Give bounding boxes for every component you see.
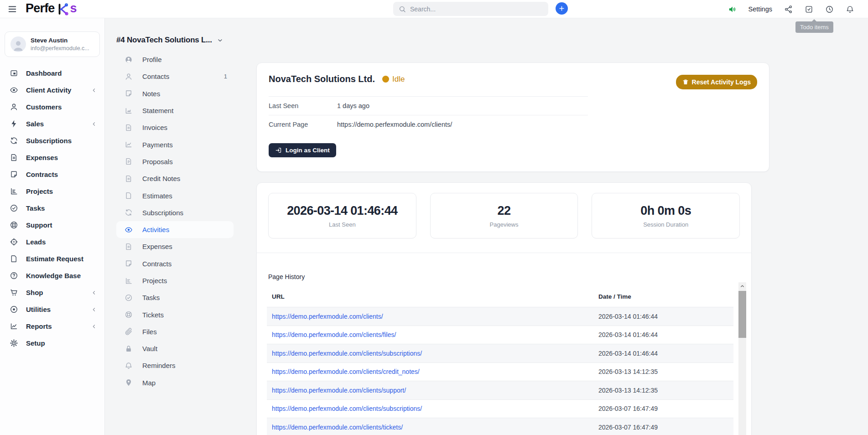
sidebar-item-client-activity[interactable]: Client Activity bbox=[0, 82, 104, 98]
hamburger-menu-icon[interactable] bbox=[7, 4, 17, 14]
page-history-url-link[interactable]: https://demo.perfexmodule.com/clients/su… bbox=[267, 350, 598, 357]
client-selector[interactable]: #4 NovaTech Solutions L... bbox=[116, 36, 234, 45]
share-icon[interactable] bbox=[784, 5, 793, 14]
file-text-icon bbox=[125, 124, 133, 132]
client-tab-invoices[interactable]: Invoices bbox=[116, 119, 234, 136]
sidebar-item-contracts[interactable]: Contracts bbox=[0, 166, 104, 183]
sidebar-item-projects[interactable]: Projects bbox=[0, 183, 104, 200]
quick-add-button[interactable] bbox=[556, 2, 568, 15]
logo-text-1: Perfe bbox=[26, 2, 55, 15]
client-tab-credit-notes[interactable]: Credit Notes bbox=[116, 170, 234, 187]
scroll-up-icon[interactable] bbox=[738, 282, 746, 290]
sidebar-item-shop[interactable]: Shop bbox=[0, 284, 104, 301]
sidebar-item-dashboard[interactable]: Dashboard bbox=[0, 65, 104, 82]
client-tab-reminders[interactable]: Reminders bbox=[116, 357, 234, 374]
client-tab-profile[interactable]: Profile bbox=[116, 51, 234, 68]
dashboard-icon bbox=[10, 69, 18, 78]
client-tab-contacts[interactable]: Contacts1 bbox=[116, 68, 234, 85]
table-scrollbar[interactable] bbox=[738, 282, 746, 435]
sidebar-item-support[interactable]: Support bbox=[0, 217, 104, 233]
sidebar-item-customers[interactable]: Customers bbox=[0, 98, 104, 115]
client-tab-notes[interactable]: Notes bbox=[116, 85, 234, 102]
sidebar-item-expenses[interactable]: Expenses bbox=[0, 149, 104, 166]
sidebar-item-setup[interactable]: Setup bbox=[0, 335, 104, 352]
login-as-client-button[interactable]: Login as Client bbox=[269, 143, 336, 157]
logo-k-icon bbox=[56, 2, 70, 16]
sidebar-item-subscriptions[interactable]: Subscriptions bbox=[0, 132, 104, 149]
check-circle-icon bbox=[125, 294, 133, 302]
history-clock-icon[interactable] bbox=[825, 5, 834, 14]
client-tab-projects[interactable]: Projects bbox=[116, 272, 234, 289]
client-tab-label: Expenses bbox=[142, 243, 172, 250]
client-tab-label: Map bbox=[142, 379, 156, 387]
client-tab-label: Contacts bbox=[142, 72, 169, 80]
client-tab-tasks[interactable]: Tasks bbox=[116, 289, 234, 306]
notifications-bell-icon[interactable] bbox=[846, 5, 854, 14]
file-text-icon bbox=[125, 243, 133, 251]
client-tab-label: Tasks bbox=[142, 294, 160, 301]
client-tab-payments[interactable]: Payments bbox=[116, 136, 234, 153]
client-tab-label: Subscriptions bbox=[142, 209, 183, 217]
cart-icon bbox=[10, 288, 18, 297]
client-tab-label: Proposals bbox=[142, 158, 173, 166]
sidebar-item-utilities[interactable]: Utilities bbox=[0, 301, 104, 318]
client-tab-files[interactable]: Files bbox=[116, 323, 234, 340]
topbar-actions: Settings bbox=[728, 0, 854, 18]
reset-activity-logs-button[interactable]: Reset Activity Logs bbox=[676, 75, 757, 89]
app-logo: Perfe s bbox=[26, 2, 77, 16]
column-header-url: URL bbox=[267, 293, 598, 300]
page-history-url-link[interactable]: https://demo.perfexmodule.com/clients/fi… bbox=[267, 331, 598, 338]
login-button-label: Login as Client bbox=[286, 147, 330, 154]
client-tab-map[interactable]: Map bbox=[116, 374, 234, 391]
login-icon bbox=[275, 147, 282, 154]
sidebar-item-estimate-request[interactable]: Estimate Request bbox=[0, 250, 104, 267]
todo-items-tooltip: Todo items bbox=[795, 21, 833, 33]
client-tab-subscriptions[interactable]: Subscriptions bbox=[116, 204, 234, 221]
sound-icon[interactable] bbox=[728, 5, 737, 14]
table-row: https://demo.perfexmodule.com/clients/20… bbox=[267, 307, 733, 326]
sidebar-item-label: Setup bbox=[26, 339, 45, 347]
main-column: NovaTech Solutions Ltd. Idle Reset Activ… bbox=[256, 18, 769, 435]
lock-icon bbox=[125, 345, 133, 353]
note-icon bbox=[125, 259, 133, 268]
eye-icon bbox=[10, 86, 18, 94]
user-icon bbox=[10, 103, 18, 111]
client-tab-activities[interactable]: Activities bbox=[116, 221, 234, 238]
sidebar-item-tasks[interactable]: Tasks bbox=[0, 200, 104, 217]
client-tab-estimates[interactable]: Estimates bbox=[116, 187, 234, 204]
client-tab-label: Statement bbox=[142, 107, 173, 114]
chevron-left-icon bbox=[91, 290, 97, 296]
sidebar-item-sales[interactable]: Sales bbox=[0, 115, 104, 132]
client-tab-contracts[interactable]: Contracts bbox=[116, 255, 234, 272]
page-history-url-link[interactable]: https://demo.perfexmodule.com/clients/cr… bbox=[267, 368, 598, 375]
file-text-icon bbox=[10, 153, 18, 162]
sidebar-item-knowledge-base[interactable]: Knowledge Base bbox=[0, 267, 104, 284]
page-history-url-link[interactable]: https://demo.perfexmodule.com/clients/ bbox=[267, 313, 598, 320]
refresh-icon bbox=[10, 136, 18, 145]
scrollbar-thumb[interactable] bbox=[738, 291, 746, 338]
page-history-url-link[interactable]: https://demo.perfexmodule.com/clients/ti… bbox=[267, 424, 598, 431]
target-icon bbox=[10, 238, 18, 246]
disc-icon bbox=[10, 305, 18, 314]
search-input[interactable] bbox=[410, 5, 543, 13]
client-tab-proposals[interactable]: Proposals bbox=[116, 153, 234, 170]
page-history-url-link[interactable]: https://demo.perfexmodule.com/clients/su… bbox=[267, 387, 598, 394]
client-tab-expenses[interactable]: Expenses bbox=[116, 238, 234, 255]
page-history-url-link[interactable]: https://demo.perfexmodule.com/clients/su… bbox=[267, 405, 598, 412]
map-pin-icon bbox=[125, 378, 133, 387]
topbar: Perfe s Settings bbox=[0, 0, 868, 18]
todo-items-icon[interactable] bbox=[805, 5, 813, 14]
refresh-icon bbox=[125, 208, 133, 217]
sidebar-item-leads[interactable]: Leads bbox=[0, 233, 104, 250]
client-title: #4 NovaTech Solutions L... bbox=[116, 36, 212, 45]
client-tab-vault[interactable]: Vault bbox=[116, 340, 234, 357]
sidebar-item-reports[interactable]: Reports bbox=[0, 318, 104, 335]
client-tab-tickets[interactable]: Tickets bbox=[116, 306, 234, 323]
user-card[interactable]: Steve Austin info@perfexmodule.c... bbox=[5, 31, 100, 57]
settings-link[interactable]: Settings bbox=[748, 5, 772, 13]
chevron-left-icon bbox=[91, 87, 97, 93]
page-history-datetime: 2026-03-13 14:12:35 bbox=[598, 387, 733, 394]
info-label: Current Page bbox=[269, 121, 337, 128]
client-tab-statement[interactable]: Statement bbox=[116, 102, 234, 119]
divider bbox=[257, 253, 751, 253]
